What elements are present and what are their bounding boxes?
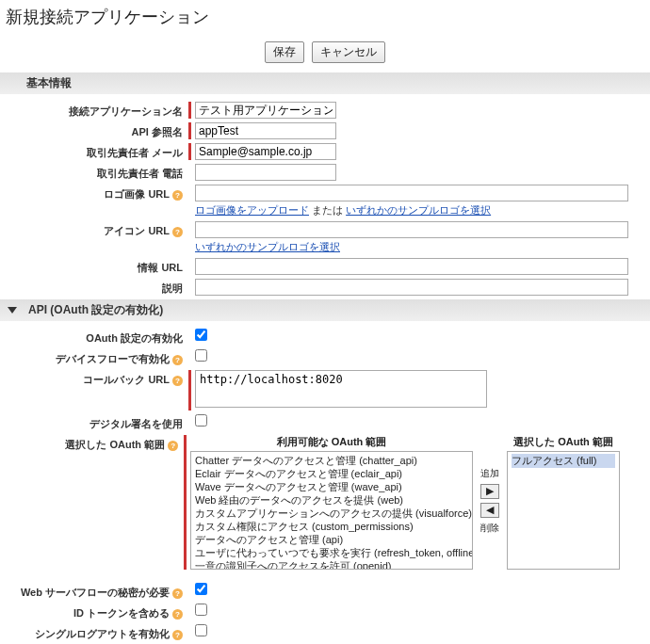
label-id-token: ID トークンを含める?: [0, 604, 188, 620]
available-scopes-header: 利用可能な OAuth 範囲: [190, 435, 473, 451]
link-choose-sample-logo[interactable]: いずれかのサンプルロゴを選択: [346, 204, 491, 216]
icon-hint: いずれかのサンプルロゴを選択: [195, 240, 631, 254]
cancel-button[interactable]: キャンセル: [312, 41, 385, 63]
label-callback-url: コールバック URL?: [0, 370, 188, 387]
input-logo-url[interactable]: [195, 185, 628, 201]
scope-option[interactable]: Web 経由のデータへのアクセスを提供 (web): [195, 493, 468, 507]
checkbox-enable-oauth[interactable]: [195, 329, 207, 341]
required-bar: [188, 143, 191, 160]
textarea-callback-url[interactable]: http://localhost:8020: [195, 370, 487, 408]
selected-scopes-list[interactable]: フルアクセス (full): [507, 451, 620, 570]
label-api-name: API 参照名: [0, 122, 188, 139]
required-bar: [188, 122, 191, 139]
label-phone: 取引先責任者 電話: [0, 164, 188, 181]
scope-option[interactable]: Eclair データへのアクセスと管理 (eclair_api): [195, 467, 468, 480]
checkbox-device-flow[interactable]: [195, 349, 207, 362]
link-upload-logo[interactable]: ロゴ画像をアップロード: [195, 204, 309, 216]
help-icon[interactable]: ?: [172, 609, 183, 620]
help-icon[interactable]: ?: [172, 588, 183, 599]
checkbox-id-token[interactable]: [195, 604, 207, 616]
save-button[interactable]: 保存: [265, 41, 304, 63]
label-info-url: 情報 URL: [0, 258, 188, 275]
required-bar: [184, 435, 187, 570]
scope-option[interactable]: ユーザに代わっていつでも要求を実行 (refresh_token, offlin…: [195, 546, 468, 559]
help-icon[interactable]: ?: [172, 355, 183, 365]
scope-option[interactable]: フルアクセス (full): [512, 454, 615, 468]
input-app-name[interactable]: [195, 102, 336, 119]
label-web-server-secret: Web サーバフローの秘密が必要?: [0, 583, 188, 600]
scope-option[interactable]: データへのアクセスと管理 (api): [195, 533, 468, 546]
remove-label: 削除: [480, 522, 499, 535]
label-digital-sig: デジタル署名を使用: [0, 414, 188, 431]
input-info-url[interactable]: [195, 258, 628, 275]
page-title: 新規接続アプリケーション: [0, 0, 650, 38]
input-description[interactable]: [195, 279, 628, 296]
checkbox-single-logout[interactable]: [195, 624, 207, 636]
label-selected-scope: 選択した OAuth 範囲?: [0, 435, 184, 452]
scope-option[interactable]: Wave データへのアクセスと管理 (wave_api): [195, 480, 468, 493]
help-icon[interactable]: ?: [172, 190, 183, 201]
help-icon[interactable]: ?: [172, 227, 183, 237]
required-bar: [188, 370, 191, 411]
label-app-name: 接続アプリケーション名: [0, 102, 188, 119]
input-phone[interactable]: [195, 164, 336, 181]
checkbox-web-server-secret[interactable]: [195, 583, 207, 595]
add-label: 追加: [480, 467, 499, 480]
section-api-oauth[interactable]: API (OAuth 設定の有効化): [0, 299, 650, 321]
scope-option[interactable]: 一意の識別子へのアクセスを許可 (openid): [195, 559, 468, 570]
required-bar: [188, 102, 191, 119]
scope-option[interactable]: カスタム権限にアクセス (custom_permissions): [195, 520, 468, 533]
help-icon[interactable]: ?: [172, 630, 183, 640]
input-icon-url[interactable]: [195, 221, 628, 238]
collapse-arrow-icon: [8, 307, 17, 314]
label-email: 取引先責任者 メール: [0, 143, 188, 160]
label-single-logout: シングルログアウトを有効化?: [0, 624, 188, 641]
scope-option[interactable]: カスタムアプリケーションへのアクセスの提供 (visualforce): [195, 507, 468, 520]
label-enable-oauth: OAuth 設定の有効化: [0, 329, 188, 346]
label-description: 説明: [0, 279, 188, 296]
input-email[interactable]: [195, 143, 336, 160]
available-scopes-list[interactable]: Chatter データへのアクセスと管理 (chatter_api)Eclair…: [190, 451, 473, 570]
help-icon[interactable]: ?: [168, 441, 178, 451]
selected-scopes-header: 選択した OAuth 範囲: [507, 435, 620, 451]
label-device-flow: デバイスフローで有効化?: [0, 349, 188, 366]
label-logo-url: ロゴ画像 URL?: [0, 185, 188, 201]
section-basic-info: 基本情報: [0, 72, 650, 94]
add-scope-button[interactable]: ▶: [480, 484, 499, 499]
checkbox-digital-sig[interactable]: [195, 414, 207, 427]
remove-scope-button[interactable]: ◀: [480, 503, 499, 518]
button-row: 保存 キャンセル: [0, 38, 650, 72]
label-icon-url: アイコン URL?: [0, 221, 188, 238]
input-api-name[interactable]: [195, 122, 336, 139]
link-choose-sample-icon[interactable]: いずれかのサンプルロゴを選択: [195, 241, 340, 252]
logo-hint: ロゴ画像をアップロード または いずれかのサンプルロゴを選択: [195, 203, 631, 217]
scope-option[interactable]: Chatter データへのアクセスと管理 (chatter_api): [195, 454, 468, 467]
help-icon[interactable]: ?: [172, 376, 183, 386]
